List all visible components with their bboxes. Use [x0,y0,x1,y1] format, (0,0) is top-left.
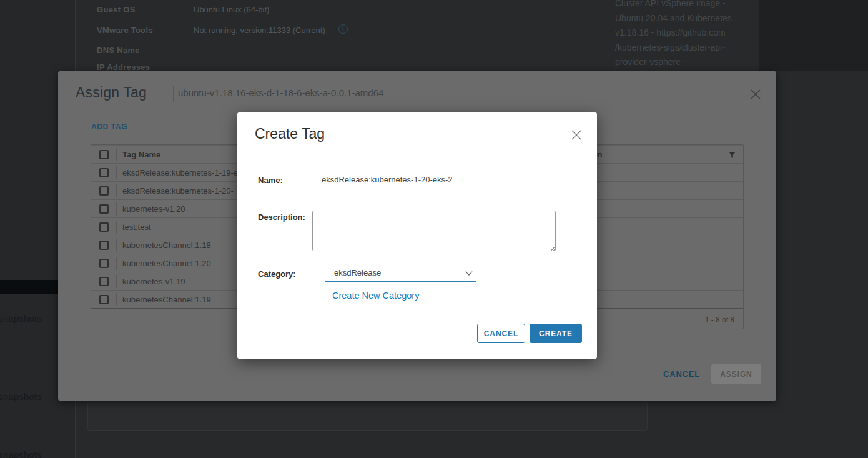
dialog-title: Assign Tag [76,84,147,101]
tag-name-cell: kubernetes-v1.19 [122,277,185,286]
vm-summary-row: Guest OS Ubuntu Linux (64-bit) [86,5,598,16]
create-tag-dialog: Create Tag Name: Description: Category: … [237,112,597,359]
vm-notes-text: Cluster API vSphere image - Ubuntu 20.04… [615,0,756,70]
sidebar-selected-item [0,280,58,294]
row-checkbox[interactable] [99,186,109,196]
row-checkbox[interactable] [99,277,109,286]
tag-name-cell: kubernetes-v1.20 [122,204,185,214]
title-separator [173,86,174,102]
info-circle-icon[interactable]: i [338,24,348,34]
category-select[interactable]: eksdRelease [325,266,476,282]
select-all-checkbox[interactable] [99,150,109,159]
chevron-down-icon [465,268,472,275]
row-checkbox[interactable] [99,168,109,177]
guest-os-label: Guest OS [97,5,190,14]
name-label: Name: [258,176,283,185]
notes-line: Ubuntu 20.04 and Kubernetes [615,11,756,26]
row-checkbox[interactable] [99,241,109,250]
create-button[interactable]: CREATE [530,324,582,343]
filter-icon[interactable] [729,151,736,161]
tag-name-cell: eksdRelease:kubernetes-1-20- [122,186,234,196]
sidebar-item-snapshots[interactable]: snapshots [0,449,73,458]
cancel-button[interactable]: CANCEL [663,369,700,379]
tag-name-column-header: Tag Name [122,150,160,159]
vm-summary-row: DNS Name [86,46,598,57]
vm-summary-row: VMware Tools Not running, version:11333 … [86,26,598,37]
tag-name-cell: test:test [122,222,151,232]
close-icon[interactable] [570,129,584,142]
description-label: Description: [258,212,305,222]
row-checkbox[interactable] [99,295,109,304]
category-selected-value: eksdRelease [334,268,381,277]
cancel-button[interactable]: CANCEL [477,324,525,343]
column-divider [116,148,117,161]
close-icon[interactable] [749,87,764,102]
vmware-tools-value: Not running, version:11333 (Current) [194,26,325,35]
name-input[interactable] [312,172,560,189]
description-textarea[interactable] [312,211,556,251]
ip-addresses-label: IP Addresses [97,62,190,72]
notes-line: provider-vsphere [615,55,756,70]
notes-line: Cluster API vSphere image - [615,0,756,11]
assign-button[interactable]: ASSIGN [711,364,761,384]
tag-name-cell: kubernetesChannel:1.18 [122,241,211,250]
category-label: Category: [258,269,296,279]
row-checkbox[interactable] [99,222,109,232]
tag-name-cell: kubernetesChannel:1.20 [122,259,211,268]
notes-line: /kubernetes-sigs/cluster-api- [615,41,756,56]
dialog-title: Create Tag [255,126,325,142]
tag-name-cell: eksdRelease:kubernetes-1-19-e [122,168,238,177]
background-panel [759,0,868,71]
notes-line: v1.18.16 - https://github.com [615,26,756,41]
create-new-category-link[interactable]: Create New Category [332,291,419,301]
row-checkbox[interactable] [99,259,109,268]
dialog-subtitle: ubuntu-v1.18.16-eks-d-1-18-6-eks-a-0.0.1… [178,87,383,98]
pagination-label: 1 - 8 of 8 [705,316,734,324]
tag-name-cell: kubernetesChannel:1.19 [122,295,211,304]
background-card [87,402,648,431]
row-checkbox[interactable] [99,204,109,214]
dns-name-label: DNS Name [97,46,190,55]
add-tag-button[interactable]: ADD TAG [91,122,127,131]
vmware-tools-label: VMware Tools [97,26,190,35]
guest-os-value: Ubuntu Linux (64-bit) [194,5,269,14]
